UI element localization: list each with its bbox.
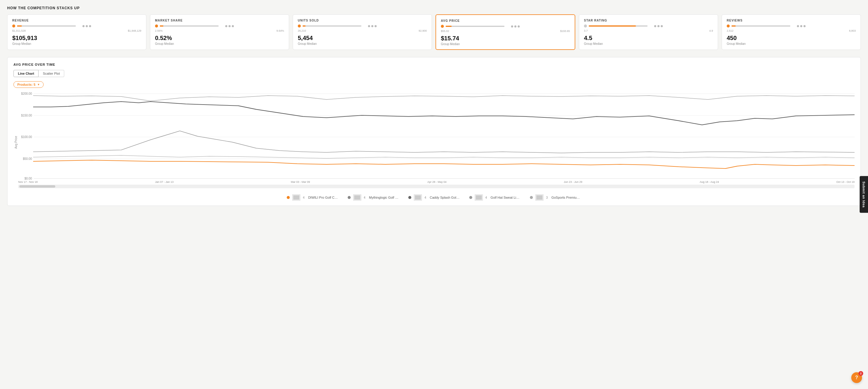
kpi-label-star-rating: STAR RATING [584, 19, 713, 22]
svg-rect-5 [415, 196, 421, 200]
legend-thumb-1 [353, 194, 362, 201]
legend-item-1: 4 Mythinglogic Golf Storage Garage... [348, 194, 399, 201]
kpi-dot-reviews [727, 25, 730, 28]
kpi-card-units-sold[interactable]: UNITS SOLD 26,210 92,900 5,454 Group Med… [293, 14, 432, 50]
legend-thumb-2 [414, 194, 422, 201]
tab-line-chart[interactable]: Line Chart [13, 70, 38, 77]
svg-rect-7 [476, 196, 482, 200]
kpi-value-reviews: 450 [727, 35, 856, 41]
kpi-label-revenue: REVENUE [12, 19, 141, 22]
x-label-2: Mar 03 - Mar 09 [291, 180, 310, 183]
kpi-subtext-star-rating: Group Median [584, 42, 713, 46]
kpi-track-reviews [732, 25, 790, 27]
tab-scatter-plot[interactable]: Scatter Plot [38, 70, 64, 77]
legend-item-2: 4 Caddy Splash Golf Club Brush Clean... [408, 194, 460, 201]
chevron-down-icon: ▼ [37, 83, 40, 86]
legend-item-4: 3 GoSports Premium Wooden Golf Bag... [530, 194, 581, 201]
legend-item-0: 4 DIWILI Pro Golf Club Brush Clean... [287, 194, 338, 201]
kpi-subtext-avg-price: Group Median [441, 42, 570, 46]
kpi-range-max-sr: 4.9 [709, 29, 713, 32]
section-title: HOW THE COMPETITION STACKS UP [7, 6, 861, 10]
kpi-range-min-us: 26,210 [298, 29, 306, 32]
products-filter[interactable]: Products: 5 ▼ [13, 81, 43, 88]
kpi-track-revenue [17, 25, 76, 27]
x-label-6: Oct 13 - Oct 19 [836, 180, 855, 183]
kpi-track-star [589, 25, 648, 27]
x-label-0: Nov 17 - Nov 18 [18, 180, 38, 183]
legend-name-4: GoSports Premium Wooden Golf Bag... [551, 196, 581, 199]
y-axis-label: Avg Price [14, 136, 18, 149]
kpi-range-min-sr: 3.7 [584, 29, 588, 32]
svg-rect-9 [536, 196, 542, 200]
kpi-value-market-share: 0.52% [155, 35, 284, 41]
kpi-dot-avg-price [441, 25, 444, 28]
kpi-dot-revenue [12, 25, 15, 28]
kpi-track-units [303, 25, 362, 27]
chart-title: AVG PRICE OVER TIME [13, 63, 855, 66]
kpi-range-max-us: 92,900 [418, 29, 427, 32]
kpi-range-min-ap: $55.02 [441, 30, 449, 33]
kpi-track-avg-price [446, 26, 504, 27]
kpi-card-revenue[interactable]: REVENUE $1,011,528 $1,948,129 $105,913 G… [7, 14, 146, 50]
kpi-card-avg-price[interactable]: AVG PRICE $55.02 $193.65 $15.74 Group Me… [435, 14, 575, 50]
kpi-value-avg-price: $15.74 [441, 35, 570, 42]
chart-section: AVG PRICE OVER TIME Line Chart Scatter P… [7, 57, 861, 206]
kpi-card-market-share[interactable]: MARKET SHARE 2.56% 9.64% 0.52% Group Med… [150, 14, 289, 50]
kpi-range-min-revenue: $1,011,528 [12, 29, 26, 32]
kpi-range-max-revenue: $1,948,129 [128, 29, 141, 32]
kpi-row: REVENUE $1,011,528 $1,948,129 $105,913 G… [7, 14, 861, 50]
kpi-dot-s2 [86, 25, 88, 27]
legend-num-3: 4 [485, 196, 487, 199]
x-label-1: Jan 07 - Jan 13 [155, 180, 174, 183]
legend-thumb-3 [475, 194, 483, 201]
legend-dot-4 [530, 196, 533, 199]
legend-num-1: 4 [364, 196, 366, 199]
kpi-range-min-rv: 2,512 [727, 29, 734, 32]
legend-thumb-4 [535, 194, 544, 201]
kpi-subtext-revenue: Group Median [12, 42, 141, 46]
kpi-range-max-rv: 8,803 [849, 29, 856, 32]
kpi-dot-s1 [83, 25, 85, 27]
submit-idea-tab[interactable]: Submit an Idea [860, 176, 868, 212]
kpi-label-avg-price: AVG PRICE [441, 19, 570, 22]
svg-rect-3 [354, 196, 360, 200]
kpi-range-max-ap: $193.65 [560, 30, 570, 33]
chart-tabs: Line Chart Scatter Plot [13, 70, 855, 77]
products-filter-label: Products: 5 [17, 83, 35, 86]
kpi-label-reviews: REVIEWS [727, 19, 856, 22]
svg-rect-1 [293, 196, 299, 200]
legend-name-2: Caddy Splash Golf Club Brush Clean... [430, 196, 460, 199]
chart-legend: 4 DIWILI Pro Golf Club Brush Clean... 4 … [13, 194, 855, 201]
scrollbar-thumb[interactable] [20, 185, 55, 188]
kpi-subtext-units-sold: Group Median [298, 42, 427, 46]
legend-dot-0 [287, 196, 290, 199]
x-label-4: Jun 23 - Jun 29 [564, 180, 583, 183]
legend-num-4: 3 [546, 196, 548, 199]
kpi-range-max-ms: 9.64% [276, 29, 284, 32]
kpi-value-units-sold: 5,454 [298, 35, 427, 41]
kpi-card-reviews[interactable]: REVIEWS 2,512 8,803 450 Group Median [722, 14, 861, 50]
kpi-dot-units [298, 25, 301, 28]
legend-dot-2 [408, 196, 411, 199]
legend-dot-1 [348, 196, 351, 199]
kpi-range-min-ms: 2.56% [155, 29, 163, 32]
kpi-subtext-reviews: Group Median [727, 42, 856, 46]
legend-name-0: DIWILI Pro Golf Club Brush Clean... [308, 196, 338, 199]
kpi-card-star-rating[interactable]: STAR RATING 3.7 4.9 4.5 Group Median [579, 14, 718, 50]
legend-name-3: Golf Hat Sweat Liner – Prevents... [491, 196, 520, 199]
kpi-label-units-sold: UNITS SOLD [298, 19, 427, 22]
chart-scrollbar[interactable] [18, 185, 855, 188]
legend-num-0: 4 [303, 196, 305, 199]
legend-name-1: Mythinglogic Golf Storage Garage... [369, 196, 399, 199]
line-chart-svg [33, 92, 855, 179]
kpi-subtext-market-share: Group Median [155, 42, 284, 46]
legend-num-2: 4 [425, 196, 426, 199]
legend-dot-3 [469, 196, 472, 199]
kpi-dot-star [584, 25, 587, 28]
kpi-dot-market-share [155, 25, 158, 28]
x-label-5: Aug 18 - Aug 24 [700, 180, 719, 183]
kpi-track-market-share [160, 25, 219, 27]
kpi-value-revenue: $105,913 [12, 35, 141, 41]
kpi-label-market-share: MARKET SHARE [155, 19, 284, 22]
legend-item-3: 4 Golf Hat Sweat Liner – Prevents... [469, 194, 521, 201]
